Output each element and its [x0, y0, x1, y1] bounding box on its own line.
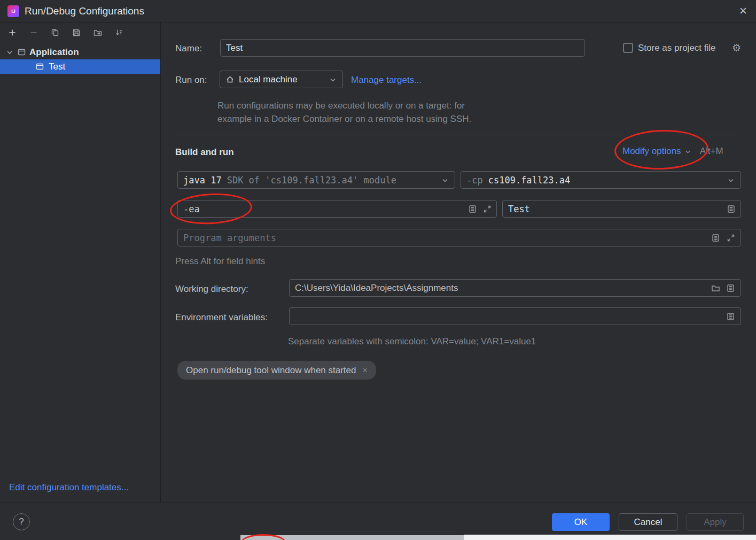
open-editor-icon[interactable] [727, 204, 736, 213]
run-on-hint-line1: Run configurations may be executed local… [217, 101, 465, 111]
expand-field-icon[interactable] [727, 234, 735, 242]
run-debug-configurations-dialog: IJ Run/Debug Configurations ✕ [0, 0, 756, 540]
chevron-down-icon[interactable] [5, 48, 14, 57]
sidebar: Application Test Edit configuration temp… [0, 22, 161, 503]
tree-item-test[interactable]: Test [0, 59, 160, 74]
move-into-folder-icon [93, 28, 103, 37]
copy-icon [50, 28, 60, 37]
run-on-label: Run on: [175, 75, 207, 86]
main-class-input[interactable] [503, 200, 741, 217]
main-class-field [502, 200, 741, 218]
chevron-down-icon [329, 75, 337, 84]
sort-configurations-button[interactable] [114, 28, 124, 37]
classpath-prefix-text: -cp [466, 175, 483, 186]
classpath-value-text: cs109.fall23.a4 [488, 175, 571, 186]
name-label: Name: [175, 43, 202, 54]
intellij-logo-icon: IJ [7, 5, 19, 17]
title-bar: IJ Run/Debug Configurations ✕ [0, 0, 756, 22]
logo-text: IJ [11, 9, 15, 14]
run-on-dropdown[interactable]: Local machine [220, 71, 343, 88]
home-icon [225, 75, 235, 84]
tree-item-label: Test [49, 61, 65, 72]
help-button[interactable]: ? [13, 513, 30, 530]
close-icon[interactable]: ✕ [739, 6, 747, 16]
jre-primary-text: java 17 [183, 175, 222, 186]
gear-icon[interactable]: ⚙ [732, 43, 741, 53]
run-on-value: Local machine [239, 74, 298, 85]
open-run-tool-window-chip: Open run/debug tool window when started … [177, 361, 376, 380]
window-title: Run/Debug Configurations [25, 5, 144, 17]
open-editor-icon[interactable] [726, 283, 735, 292]
classpath-module-dropdown[interactable]: -cp cs109.fall23.a4 [461, 171, 741, 189]
working-directory-field [289, 279, 741, 297]
store-as-project-file-label: Store as project file [638, 43, 716, 53]
background-window-strip [464, 535, 756, 540]
save-icon [72, 28, 81, 37]
program-arguments-field [177, 229, 741, 246]
application-icon [35, 62, 44, 71]
environment-variables-field [289, 307, 741, 325]
working-directory-input[interactable] [290, 280, 741, 296]
application-icon [17, 48, 26, 57]
chip-close-icon[interactable]: × [362, 366, 367, 375]
jre-dropdown[interactable]: java 17 SDK of 'cs109.fall23.a4' module [177, 171, 455, 189]
vm-options-field [177, 200, 497, 218]
store-as-project-file-checkbox[interactable] [623, 43, 633, 53]
environment-variables-input[interactable] [290, 308, 741, 325]
add-icon [7, 28, 17, 37]
environment-variables-hint: Separate variables with semicolon: VAR=v… [288, 336, 536, 347]
chevron-down-icon [684, 148, 692, 156]
modify-options-row: Modify options Alt+M [622, 146, 723, 157]
copy-configuration-button[interactable] [50, 28, 60, 37]
expand-field-icon[interactable] [483, 205, 492, 213]
modify-options-shortcut: Alt+M [700, 146, 723, 157]
help-icon: ? [19, 516, 24, 527]
chip-label: Open run/debug tool window when started [186, 365, 356, 376]
chevron-down-icon [441, 176, 449, 184]
section-separator [175, 135, 741, 135]
build-and-run-heading: Build and run [175, 147, 234, 158]
manage-targets-link[interactable]: Manage targets... [351, 75, 422, 86]
working-directory-label: Working directory: [175, 284, 248, 295]
cancel-button[interactable]: Cancel [619, 513, 677, 531]
store-as-project-file-row: Store as project file ⚙ [623, 39, 741, 57]
open-editor-icon[interactable] [468, 204, 477, 213]
open-editor-icon[interactable] [711, 233, 720, 242]
save-configuration-button[interactable] [72, 28, 81, 37]
name-field [220, 39, 585, 57]
main-panel: Name: Store as project file ⚙ Run on: Lo… [161, 22, 756, 503]
add-configuration-button[interactable] [7, 28, 17, 37]
ok-button[interactable]: OK [552, 513, 610, 531]
modify-options-link[interactable]: Modify options [622, 146, 681, 157]
apply-button[interactable]: Apply [687, 513, 744, 531]
alt-field-hints-text: Press Alt for field hints [175, 256, 265, 267]
edit-configuration-templates-link[interactable]: Edit configuration templates... [9, 482, 129, 493]
run-on-hint-line2: example in a Docker Container or on a re… [217, 114, 471, 125]
program-arguments-input[interactable] [178, 229, 741, 246]
name-input[interactable] [221, 40, 584, 56]
jre-secondary-text: SDK of 'cs109.fall23.a4' module [227, 175, 396, 186]
tree-group-label: Application [29, 47, 79, 58]
chevron-down-icon [727, 176, 735, 184]
remove-icon [29, 28, 38, 37]
environment-variables-label: Environment variables: [175, 312, 268, 323]
browse-folder-icon[interactable] [711, 283, 720, 292]
sidebar-toolbar [0, 22, 160, 43]
open-editor-icon[interactable] [726, 312, 735, 321]
configuration-tree: Application Test [0, 45, 160, 74]
move-into-group-button[interactable] [93, 28, 103, 37]
remove-configuration-button[interactable] [29, 28, 38, 37]
vm-options-input[interactable] [178, 200, 496, 217]
sort-alphabetically-icon [114, 28, 124, 37]
tree-group-application[interactable]: Application [0, 45, 160, 59]
background-window-strip [240, 535, 465, 540]
